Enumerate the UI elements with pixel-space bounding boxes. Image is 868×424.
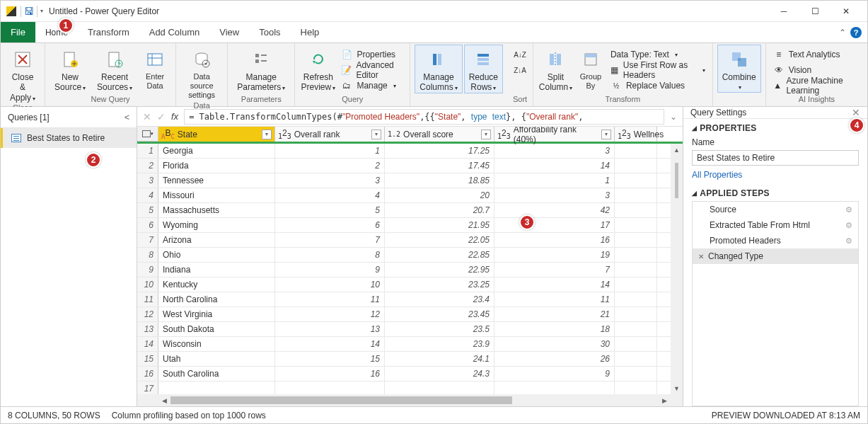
menu-tools[interactable]: Tools: [249, 22, 290, 42]
enter-data-button[interactable]: Enter Data: [139, 45, 171, 91]
cell-rank: 4: [275, 188, 385, 202]
table-row[interactable]: 12 West Virginia 12 23.45 21: [137, 307, 683, 322]
combine-icon: [728, 48, 751, 71]
vertical-scrollbar[interactable]: ▲ ▼: [671, 144, 683, 394]
cell-wellness: [615, 144, 657, 158]
gear-icon[interactable]: ⚙: [845, 221, 852, 230]
close-button[interactable]: ✕: [831, 1, 862, 21]
gear-icon[interactable]: ⚙: [845, 205, 852, 214]
cell-aff: 18: [494, 322, 615, 336]
applied-step[interactable]: Promoted Headers⚙: [693, 233, 858, 248]
minimize-button[interactable]: ─: [768, 1, 799, 21]
table-row[interactable]: 7 Arizona 7 22.05 16: [137, 233, 683, 248]
all-properties-link[interactable]: All Properties: [692, 170, 742, 180]
menu-view[interactable]: View: [209, 22, 249, 42]
table-row[interactable]: 13 South Dakota 13 23.5 18: [137, 322, 683, 337]
table-row[interactable]: 5 Massachusetts 5 20.7 42: [137, 203, 683, 218]
table-row[interactable]: 16 South Carolina 16 24.3 9: [137, 367, 683, 382]
ribbon: Close & Apply▾ Close New Source▾ Recent …: [1, 43, 867, 107]
qat-dropdown-icon[interactable]: ▾: [40, 8, 43, 14]
manage-columns-button[interactable]: Manage Columns▾: [415, 45, 462, 93]
gear-icon[interactable]: ⚙: [845, 236, 852, 246]
cell-wellness: [615, 292, 657, 306]
cell-rank: 1: [275, 144, 385, 158]
menu-file[interactable]: File: [1, 22, 35, 42]
manage-button[interactable]: 🗂Manage▾: [338, 79, 405, 93]
text-analytics-button[interactable]: ≡Text Analytics: [770, 47, 863, 62]
cancel-formula-icon[interactable]: ✕: [143, 111, 151, 122]
table-row[interactable]: 6 Wyoming 6 21.95 17: [137, 218, 683, 233]
collapse-ribbon-icon[interactable]: ⌃: [839, 28, 846, 38]
menu-transform[interactable]: Transform: [78, 22, 139, 42]
vision-icon: 👁: [773, 64, 785, 76]
table-row[interactable]: 3 Tennessee 3 18.85 1: [137, 173, 683, 188]
group-by-button[interactable]: Group By: [575, 45, 606, 91]
filter-dropdown-icon[interactable]: ▾: [262, 130, 272, 139]
horizontal-scrollbar[interactable]: ◀▶: [137, 394, 683, 406]
row-number: 4: [137, 188, 158, 202]
column-header-score[interactable]: 1.2Overall score▾: [385, 127, 494, 142]
applied-step[interactable]: Source⚙: [693, 202, 858, 217]
column-header-state[interactable]: ABCState▾: [158, 127, 275, 142]
query-name-input[interactable]: [692, 150, 859, 166]
column-header-wellness[interactable]: 123Wellnes: [615, 127, 657, 142]
grid-corner[interactable]: ▾: [137, 127, 158, 142]
properties-button[interactable]: 📄Properties: [338, 47, 405, 62]
table-row[interactable]: 9 Indiana 9 22.95 7: [137, 263, 683, 277]
close-settings-icon[interactable]: ✕: [852, 107, 860, 118]
expand-formula-icon[interactable]: ⌄: [670, 112, 677, 122]
filter-dropdown-icon[interactable]: ▾: [371, 130, 381, 139]
cell-state: [158, 382, 275, 394]
query-item[interactable]: Best States to Retire: [1, 128, 137, 148]
menu-help[interactable]: Help: [291, 22, 330, 42]
save-icon[interactable]: 🖫: [24, 6, 34, 17]
grid-header: ▾ ABCState▾ 123Overall rank▾ 1.2Overall …: [137, 127, 683, 144]
table-row[interactable]: 15 Utah 15 24.1 26: [137, 352, 683, 367]
collapse-queries-icon[interactable]: <: [125, 113, 129, 122]
menu-home[interactable]: Home 1: [35, 22, 78, 42]
first-row-headers-button[interactable]: ▦Use First Row as Headers▾: [608, 63, 708, 77]
apply-formula-icon[interactable]: ✓: [157, 111, 166, 122]
statusbar: 8 COLUMNS, 50 ROWS Column profiling base…: [1, 406, 867, 423]
close-apply-button[interactable]: Close & Apply▾: [5, 45, 40, 103]
formula-bar[interactable]: = Table.TransformColumnTypes(#"Promoted …: [184, 109, 664, 125]
maximize-button[interactable]: ☐: [799, 1, 831, 21]
advanced-editor-button[interactable]: 📝Advanced Editor: [338, 63, 405, 77]
replace-values-button[interactable]: ½Replace Values: [608, 79, 708, 93]
recent-sources-button[interactable]: Recent Sources▾: [92, 45, 137, 93]
new-source-button[interactable]: New Source▾: [50, 45, 91, 93]
sort-desc-button[interactable]: Z↓A: [511, 63, 528, 77]
table-row[interactable]: 10 Kentucky 10 23.25 14: [137, 277, 683, 292]
table-row[interactable]: 17: [137, 382, 683, 394]
applied-step[interactable]: Extracted Table From Html⚙: [693, 217, 858, 233]
column-header-affordability[interactable]: 123Affordability rank (40%)▾: [494, 127, 615, 142]
table-row[interactable]: 11 North Carolina 11 23.4 11: [137, 292, 683, 307]
manage-parameters-button[interactable]: Manage Parameters▾: [232, 45, 290, 93]
help-icon[interactable]: ?: [850, 27, 862, 38]
vision-button[interactable]: 👁Vision: [770, 63, 863, 77]
combine-button[interactable]: Combine▾: [717, 45, 761, 93]
queries-pane: Queries [1]< Best States to Retire 2: [1, 107, 137, 406]
properties-icon: 📄: [341, 49, 352, 60]
split-column-button[interactable]: Split Column▾: [538, 45, 574, 93]
azure-ml-button[interactable]: ▲Azure Machine Learning: [770, 79, 863, 93]
cell-state: Missouri: [158, 188, 275, 202]
data-source-settings-button[interactable]: Data source settings: [180, 45, 223, 101]
fx-icon[interactable]: fx: [171, 111, 178, 122]
refresh-preview-button[interactable]: Refresh Preview▾: [299, 45, 337, 93]
applied-step[interactable]: ✕Changed Type: [693, 248, 858, 264]
table-row[interactable]: 14 Wisconsin 14 23.9 30: [137, 337, 683, 352]
data-type-button[interactable]: Data Type: Text▾: [608, 47, 708, 62]
table-row[interactable]: 4 Missouri 4 20 3: [137, 188, 683, 203]
svg-rect-28: [557, 54, 561, 65]
menu-add-column[interactable]: Add Column: [139, 22, 210, 42]
filter-dropdown-icon[interactable]: ▾: [601, 130, 611, 139]
filter-dropdown-icon[interactable]: ▾: [481, 130, 491, 139]
reduce-rows-button[interactable]: Reduce Rows▾: [464, 45, 503, 93]
column-header-rank[interactable]: 123Overall rank▾: [275, 127, 385, 142]
table-row[interactable]: 1 Georgia 1 17.25 3: [137, 144, 683, 159]
cell-wellness: [615, 337, 657, 351]
table-row[interactable]: 2 Florida 2 17.45 14: [137, 159, 683, 173]
sort-asc-button[interactable]: A↓Z: [511, 47, 528, 62]
table-row[interactable]: 8 Ohio 8 22.85 19: [137, 248, 683, 263]
